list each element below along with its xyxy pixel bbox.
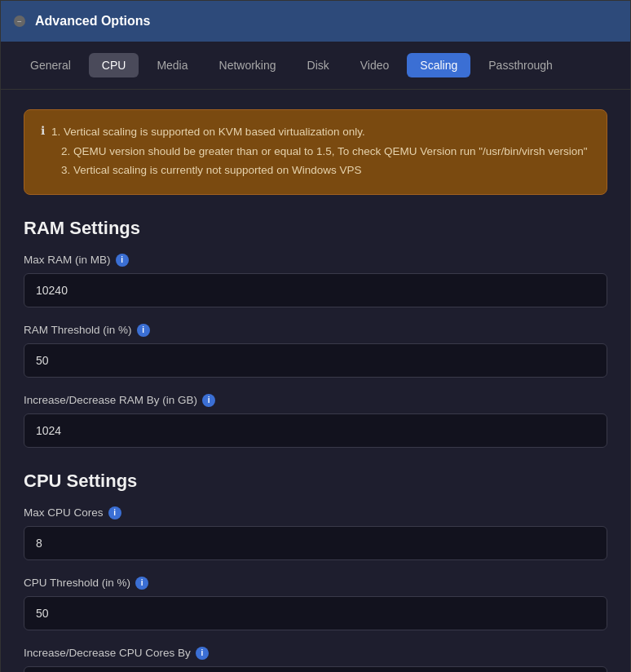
ram-settings-section: RAM Settings Max RAM (in MB) i RAM Thres… <box>24 218 607 448</box>
tab-disk[interactable]: Disk <box>294 53 342 77</box>
ram-threshold-label: RAM Threshold (in %) i <box>24 324 607 337</box>
info-box-header: ℹ 1. Vertical scaling is supported on KV… <box>41 123 590 181</box>
increase-decrease-cpu-label: Increase/Decrease CPU Cores By i <box>24 647 607 660</box>
info-list: 1. Vertical scaling is supported on KVM … <box>51 123 588 181</box>
titlebar: − Advanced Options <box>1 1 630 42</box>
info-item-3: 3. Vertical scaling is currently not sup… <box>51 161 588 179</box>
increase-decrease-cpu-input[interactable] <box>24 666 607 672</box>
window-title: Advanced Options <box>35 14 150 29</box>
tab-video[interactable]: Video <box>347 53 403 77</box>
ram-settings-title: RAM Settings <box>24 218 607 239</box>
max-cores-input[interactable] <box>24 526 607 560</box>
tab-cpu[interactable]: CPU <box>89 53 139 77</box>
max-ram-input[interactable] <box>24 273 607 307</box>
increase-decrease-ram-group: Increase/Decrease RAM By (in GB) i <box>24 394 607 448</box>
info-icon: ℹ <box>41 124 45 137</box>
increase-decrease-cpu-info-icon[interactable]: i <box>196 647 209 660</box>
tab-general[interactable]: General <box>17 53 84 77</box>
increase-decrease-cpu-group: Increase/Decrease CPU Cores By i <box>24 647 607 672</box>
advanced-options-window: − Advanced Options General CPU Media Net… <box>0 0 631 672</box>
max-cores-group: Max CPU Cores i <box>24 506 607 560</box>
ram-threshold-input[interactable] <box>24 343 607 378</box>
tab-scaling[interactable]: Scaling <box>407 53 470 77</box>
cpu-threshold-input[interactable] <box>24 596 607 630</box>
main-content: ℹ 1. Vertical scaling is supported on KV… <box>1 90 630 672</box>
cpu-threshold-group: CPU Threshold (in %) i <box>24 577 607 630</box>
close-button[interactable]: − <box>14 15 25 27</box>
ram-threshold-group: RAM Threshold (in %) i <box>24 324 607 378</box>
max-cores-label: Max CPU Cores i <box>24 506 607 519</box>
ram-threshold-info-icon[interactable]: i <box>137 324 150 337</box>
tab-media[interactable]: Media <box>143 53 201 77</box>
tab-bar: General CPU Media Networking Disk Video … <box>1 42 630 90</box>
increase-decrease-ram-input[interactable] <box>24 413 607 448</box>
cpu-threshold-info-icon[interactable]: i <box>135 577 148 590</box>
increase-decrease-ram-info-icon[interactable]: i <box>202 394 215 407</box>
info-box: ℹ 1. Vertical scaling is supported on KV… <box>24 109 607 195</box>
max-cores-info-icon[interactable]: i <box>108 506 121 519</box>
info-item-1: 1. Vertical scaling is supported on KVM … <box>51 123 588 141</box>
max-ram-label: Max RAM (in MB) i <box>24 254 607 267</box>
max-ram-group: Max RAM (in MB) i <box>24 254 607 307</box>
tab-networking[interactable]: Networking <box>206 53 289 77</box>
cpu-settings-title: CPU Settings <box>24 471 607 492</box>
info-item-2: 2. QEMU version should be greater than o… <box>51 143 588 161</box>
cpu-settings-section: CPU Settings Max CPU Cores i CPU Thresho… <box>24 471 607 672</box>
increase-decrease-ram-label: Increase/Decrease RAM By (in GB) i <box>24 394 607 407</box>
cpu-threshold-label: CPU Threshold (in %) i <box>24 577 607 590</box>
tab-passthrough[interactable]: Passthrough <box>475 53 566 77</box>
max-ram-info-icon[interactable]: i <box>116 254 129 267</box>
